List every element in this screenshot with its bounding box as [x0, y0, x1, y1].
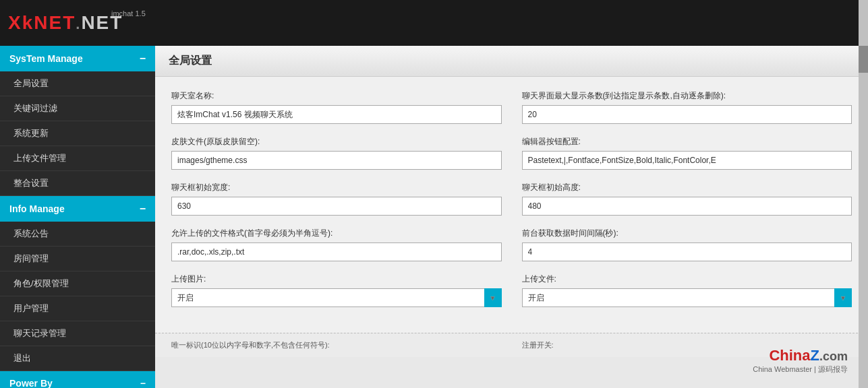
sidebar-item-room-manage[interactable]: 房间管理: [0, 247, 155, 271]
label-chat-height: 聊天框初始高度:: [522, 182, 852, 193]
sidebar-item-keyword-filter[interactable]: 关键词过滤: [0, 96, 155, 121]
form-group-editor-btn: 编辑器按钮配置:: [522, 136, 852, 170]
sidebar-item-global-settings[interactable]: 全局设置: [0, 71, 155, 96]
sidebar: SysTem Manage − 全局设置 关键词过滤 系统更新 上传文件管理 整…: [0, 46, 155, 388]
input-skin[interactable]: [171, 151, 502, 170]
power-by-header[interactable]: Power By −: [0, 371, 155, 388]
form-group-upload-format: 允许上传的文件格式(首字母必须为半角逗号):: [171, 228, 502, 261]
label-data-interval: 前台获取数据时间间隔(秒):: [522, 228, 852, 239]
form-row-2: 皮肤文件(原版皮肤留空): 编辑器按钮配置:: [171, 136, 852, 170]
select-arrow-file: ▼: [834, 288, 852, 307]
logo-xk2: NET: [34, 12, 76, 33]
input-upload-format[interactable]: [171, 243, 502, 261]
logo: XkNET.NET: [8, 12, 123, 34]
input-editor-btn[interactable]: [522, 151, 852, 170]
header-subtitle: imchat 1.5: [111, 9, 146, 18]
sidebar-item-file-manage[interactable]: 上传文件管理: [0, 146, 155, 171]
label-editor-btn: 编辑器按钮配置:: [522, 136, 852, 148]
layout: SysTem Manage − 全局设置 关键词过滤 系统更新 上传文件管理 整…: [0, 46, 868, 388]
form-row-1: 聊天室名称: 聊天界面最大显示条数(到达指定显示条数,自动逐条删除):: [171, 90, 852, 124]
label-upload-image: 上传图片:: [171, 273, 502, 285]
form-row-5: 上传图片: 开启 关闭 ▼ 上传文件: 开启 关闭: [171, 273, 852, 307]
label-chat-width: 聊天框初始宽度:: [171, 182, 502, 193]
form-area: 聊天室名称: 聊天界面最大显示条数(到达指定显示条数,自动逐条删除): 皮肤文件…: [155, 77, 868, 333]
sys-manage-header[interactable]: SysTem Manage −: [0, 46, 155, 71]
sys-collapse-icon: −: [140, 53, 146, 65]
info-collapse-icon: −: [140, 203, 146, 215]
logo-xk: Xk: [8, 12, 34, 33]
main-content: 全局设置 聊天室名称: 聊天界面最大显示条数(到达指定显示条数,自动逐条删除):…: [155, 46, 868, 388]
form-row-3: 聊天框初始宽度: 聊天框初始高度:: [171, 182, 852, 216]
logo-text: XkNET.NET: [8, 12, 123, 33]
sidebar-item-logout[interactable]: 退出: [0, 346, 155, 371]
select-upload-image[interactable]: 开启 关闭: [171, 288, 502, 307]
wm-com: .com: [819, 350, 848, 363]
sidebar-item-system-update[interactable]: 系统更新: [0, 121, 155, 146]
power-collapse-icon: −: [140, 378, 146, 388]
sys-manage-label: SysTem Manage: [9, 53, 83, 64]
form-group-chat-width: 聊天框初始宽度:: [171, 182, 502, 216]
page-title: 全局设置: [155, 46, 868, 77]
input-chat-height[interactable]: [522, 197, 852, 216]
wm-z: Z: [811, 347, 819, 364]
form-group-upload-image: 上传图片: 开启 关闭 ▼: [171, 273, 502, 307]
label-upload-file: 上传文件:: [522, 273, 852, 285]
sidebar-item-integration[interactable]: 整合设置: [0, 171, 155, 196]
sidebar-item-user-manage[interactable]: 用户管理: [0, 296, 155, 321]
form-group-max-display: 聊天界面最大显示条数(到达指定显示条数,自动逐条删除):: [522, 90, 852, 124]
label-skin: 皮肤文件(原版皮肤留空):: [171, 136, 502, 148]
info-manage-header[interactable]: Info Manage −: [0, 196, 155, 222]
label-max-display: 聊天界面最大显示条数(到达指定显示条数,自动逐条删除):: [522, 90, 852, 102]
input-chat-width[interactable]: [171, 197, 502, 216]
sidebar-item-role-manage[interactable]: 角色/权限管理: [0, 271, 155, 296]
scrollbar-thumb[interactable]: [859, 46, 868, 73]
select-upload-file[interactable]: 开启 关闭: [522, 288, 852, 307]
select-wrapper-upload-file: 开启 关闭 ▼: [522, 288, 852, 307]
label-upload-format: 允许上传的文件格式(首字母必须为半角逗号):: [171, 228, 502, 239]
input-chatroom-name[interactable]: [171, 105, 502, 124]
power-by-label: Power By: [9, 378, 53, 388]
header: XkNET.NET imchat 1.5: [0, 0, 868, 46]
watermark: ChinaZ.com China Webmaster | 源码报导: [753, 347, 848, 375]
watermark-logo: ChinaZ.com: [753, 347, 848, 364]
label-chatroom-name: 聊天室名称:: [171, 90, 502, 102]
form-group-chatroom-name: 聊天室名称:: [171, 90, 502, 124]
select-arrow-image: ▼: [484, 288, 502, 307]
form-group-upload-file: 上传文件: 开启 关闭 ▼: [522, 273, 852, 307]
input-data-interval[interactable]: [522, 243, 852, 261]
sidebar-item-chat-log[interactable]: 聊天记录管理: [0, 321, 155, 346]
form-group-data-interval: 前台获取数据时间间隔(秒):: [522, 228, 852, 261]
bottom-note-left: 唯一标识(10位以内字母和数字,不包含任何符号):: [171, 340, 502, 350]
scrollbar-track[interactable]: [859, 0, 868, 388]
sidebar-item-notice[interactable]: 系统公告: [0, 222, 155, 247]
input-max-display[interactable]: [522, 105, 852, 124]
select-wrapper-upload-image: 开启 关闭 ▼: [171, 288, 502, 307]
wm-china: China: [769, 347, 810, 364]
form-group-skin: 皮肤文件(原版皮肤留空):: [171, 136, 502, 170]
form-group-chat-height: 聊天框初始高度:: [522, 182, 852, 216]
form-row-4: 允许上传的文件格式(首字母必须为半角逗号): 前台获取数据时间间隔(秒):: [171, 228, 852, 261]
watermark-sub: China Webmaster | 源码报导: [753, 364, 848, 375]
info-manage-label: Info Manage: [9, 203, 65, 214]
